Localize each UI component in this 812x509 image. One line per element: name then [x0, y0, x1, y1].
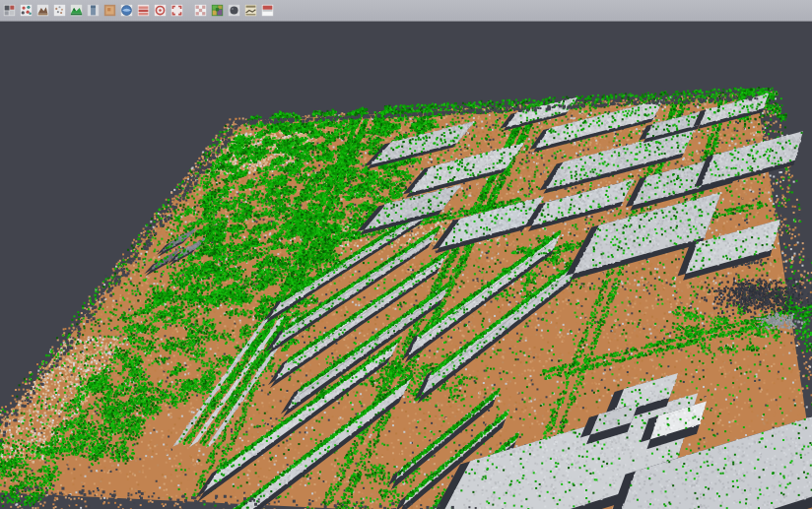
3d-viewport[interactable]: [0, 0, 812, 509]
tool-grid-button[interactable]: [193, 3, 207, 19]
tool-mesh-button[interactable]: [227, 3, 240, 19]
rgb-points-icon: [20, 4, 33, 17]
clipping-box-icon: [261, 4, 274, 17]
tool-dem-hill-button[interactable]: [69, 3, 83, 19]
tool-profile-button[interactable]: [243, 3, 257, 19]
tool-select-region-button[interactable]: [169, 3, 183, 19]
mesh-icon: [228, 4, 240, 17]
tool-sparse-points-button[interactable]: [52, 3, 66, 19]
main-toolbar: [0, 0, 812, 22]
classification-map-icon: [211, 4, 224, 17]
tool-rgb-points-button[interactable]: [19, 3, 33, 19]
terrain-icon: [36, 4, 49, 17]
tool-globe-button[interactable]: [119, 3, 133, 19]
sparse-points-icon: [53, 4, 66, 17]
point-cloud-select-icon: [3, 4, 16, 17]
tool-point-cloud-select-button[interactable]: [2, 3, 16, 19]
profile-icon: [244, 4, 257, 17]
red-layers-icon: [137, 4, 150, 17]
tool-terrain-button[interactable]: [35, 3, 49, 19]
app-window: [0, 0, 812, 509]
tool-target-button[interactable]: [153, 3, 167, 19]
column-icon: [87, 4, 100, 17]
tool-red-layers-button[interactable]: [136, 3, 150, 19]
dem-hill-icon: [70, 4, 83, 17]
target-icon: [154, 4, 167, 17]
tool-classification-map-button[interactable]: [210, 3, 224, 19]
toolbar-separator: [186, 3, 193, 19]
select-region-icon: [170, 4, 183, 17]
globe-icon: [120, 4, 133, 17]
orthophoto-icon: [103, 4, 116, 17]
grid-icon: [194, 4, 207, 17]
tool-orthophoto-button[interactable]: [102, 3, 116, 19]
tool-clipping-box-button[interactable]: [260, 3, 274, 19]
tool-column-button[interactable]: [86, 3, 100, 19]
